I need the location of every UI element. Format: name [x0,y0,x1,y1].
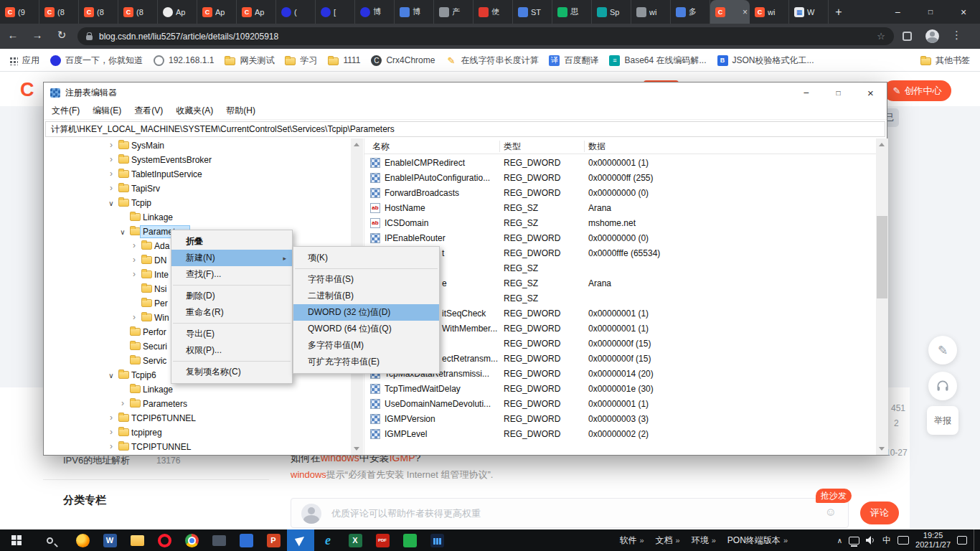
site-info-lock-icon[interactable] [86,35,93,40]
registry-value-row[interactable]: tREG_DWORD0x0000fffe (65534) [364,246,876,261]
registry-value-row[interactable]: IGMPVersionREG_DWORD0x00000003 (3) [364,412,876,427]
regedit-menu-item[interactable]: 文件(F) [45,105,86,117]
sidebar-article-link[interactable]: IPV6的地址解析 [63,454,130,467]
browser-tab[interactable]: C(8 [118,0,158,24]
other-bookmarks-button[interactable]: 其他书签 [920,49,970,72]
tree-item[interactable]: ›TapiSrv [44,182,351,196]
folder-dark-taskbar-button[interactable] [205,529,232,551]
tree-key-label[interactable]: TabletInputService [129,169,204,180]
bookmark-item[interactable]: 应用 [9,55,39,67]
menu-item[interactable]: 多字符串值(M) [293,337,439,354]
tree-key-label[interactable]: TCPIP6TUNNEL [129,413,198,424]
bookmark-item[interactable]: 网关测试 [225,55,274,67]
value-pane-scrollbar[interactable] [876,138,888,455]
bookmark-item[interactable]: 译百度翻译 [549,55,598,67]
bookmark-item[interactable]: 学习 [285,55,317,67]
column-header-name[interactable]: 名称 [372,138,390,154]
menu-item[interactable]: 重命名(R) [171,304,292,321]
tree-key-label[interactable]: Nsi [152,283,169,295]
emoji-icon[interactable]: ☺ [825,506,837,519]
regedit-menu-item[interactable]: 帮助(H) [220,105,262,117]
menu-item[interactable]: 导出(E) [171,326,292,342]
browser-tab[interactable]: 思 [552,0,592,24]
chevron-expand-icon[interactable]: » [783,536,788,545]
tree-item[interactable]: Linkage [44,210,351,225]
powerpoint-taskbar-button[interactable]: P [260,529,287,551]
tree-item[interactable]: ›tcpipreg [44,425,351,440]
report-button[interactable]: 举报 [927,406,958,435]
browser-tab[interactable]: 博 [355,0,395,24]
ie-taskbar-button[interactable]: e [314,529,341,551]
browser-tab[interactable]: ( [276,0,316,24]
chevron-collapsed-icon[interactable]: › [107,411,116,425]
reload-button[interactable]: ↻ [52,29,72,42]
tree-key-label[interactable]: Perfor [141,326,169,338]
chevron-expanded-icon[interactable]: ∨ [118,225,127,239]
tree-key-label[interactable]: Inte [152,269,171,281]
chevron-collapsed-icon[interactable]: › [107,440,116,454]
bookmark-item[interactable]: 百度一下，你就知道 [50,55,143,67]
menu-item[interactable]: QWORD (64 位)值(Q) [293,321,439,337]
action-center-icon[interactable] [957,536,967,545]
back-button[interactable]: ← [3,29,23,41]
regedit-menu-item[interactable]: 收藏夹(A) [169,105,220,117]
menu-item[interactable]: 二进制值(B) [293,288,439,304]
taskbar-toolbar[interactable]: 文档» [656,534,680,547]
write-blog-button[interactable]: ✎ [928,336,957,364]
menu-item[interactable]: DWORD (32 位)值(D) [293,304,439,321]
new-tab-button[interactable]: + [829,0,849,24]
browser-tab[interactable]: C(8 [79,0,118,24]
browser-tab[interactable]: Cwi [750,0,789,24]
customer-service-button[interactable] [928,372,957,400]
tree-key-label[interactable]: Servic [141,355,169,367]
menu-item[interactable]: 新建(N)▸ [171,250,292,266]
menu-item[interactable]: 项(K) [293,250,439,266]
scroll-up-icon[interactable] [354,143,359,146]
tree-key-label[interactable]: DN [152,255,169,266]
scrollbar-thumb[interactable] [877,216,887,298]
forward-button[interactable]: → [27,29,47,41]
scroll-up-icon[interactable] [879,143,885,146]
opera-taskbar-button[interactable] [151,529,178,551]
registry-value-row[interactable]: TcpTimedWaitDelayREG_DWORD0x0000001e (30… [364,382,876,397]
ime-keyboard-icon[interactable] [897,536,909,545]
column-header-data[interactable]: 数据 [588,138,606,154]
registry-value-row[interactable]: REG_DWORD0x0000000f (15) [364,336,876,352]
taskbar-toolbar[interactable]: 环境» [692,534,716,547]
registry-value-row[interactable]: UseDomainNameDevoluti...REG_DWORD0x00000… [364,397,876,412]
browser-tab[interactable]: CAp [237,0,276,24]
regedit-close-button[interactable]: × [854,83,887,103]
registry-value-row[interactable]: IGMPLevelREG_DWORD0x00000002 (2) [364,427,876,442]
explorer-taskbar-button[interactable] [123,529,151,551]
menu-item[interactable]: 折叠 [171,233,292,250]
chevron-collapsed-icon[interactable]: › [130,239,138,253]
chevron-collapsed-icon[interactable]: › [107,167,116,182]
browser-tab[interactable]: ▦W [789,0,829,24]
registry-value-row[interactable]: ICSDomainREG_SZmshome.net [364,216,876,231]
chevron-collapsed-icon[interactable]: › [107,182,116,196]
chevron-expanded-icon[interactable]: ∨ [107,196,116,210]
browser-tab[interactable]: 产 [434,0,473,24]
chevron-collapsed-icon[interactable]: › [107,425,116,440]
tree-item[interactable]: ›TCPIPTUNNEL [44,440,351,454]
pdf-taskbar-button[interactable]: PDF [369,529,396,551]
chrome-taskbar-button[interactable] [178,529,205,551]
chevron-expand-icon[interactable]: » [676,536,680,545]
registry-value-row[interactable]: TcpMaxDataRetransmissi...REG_DWORD0x0000… [364,367,876,382]
browser-tab[interactable]: Ap [158,0,197,24]
tree-key-label[interactable]: Linkage [141,212,175,223]
tree-item[interactable]: ∨Tcpip [44,196,351,210]
word-taskbar-button[interactable]: W [96,529,123,551]
chevron-collapsed-icon[interactable]: › [130,268,138,282]
chevron-expanded-icon[interactable]: ∨ [107,368,116,382]
profile-avatar[interactable] [925,29,939,43]
browser-tab[interactable]: 博 [395,0,434,24]
tree-item[interactable]: ›TCPIP6TUNNEL [44,411,351,425]
notes-taskbar-button[interactable] [396,529,423,551]
scroll-down-icon[interactable] [354,447,359,451]
show-desktop-button[interactable] [974,529,977,551]
browser-menu-icon[interactable]: ⋮ [951,29,962,42]
tree-item[interactable]: Linkage [44,382,351,397]
regedit-title-bar[interactable]: 注册表编辑器 [44,83,887,103]
excel-taskbar-button[interactable]: X [341,529,369,551]
